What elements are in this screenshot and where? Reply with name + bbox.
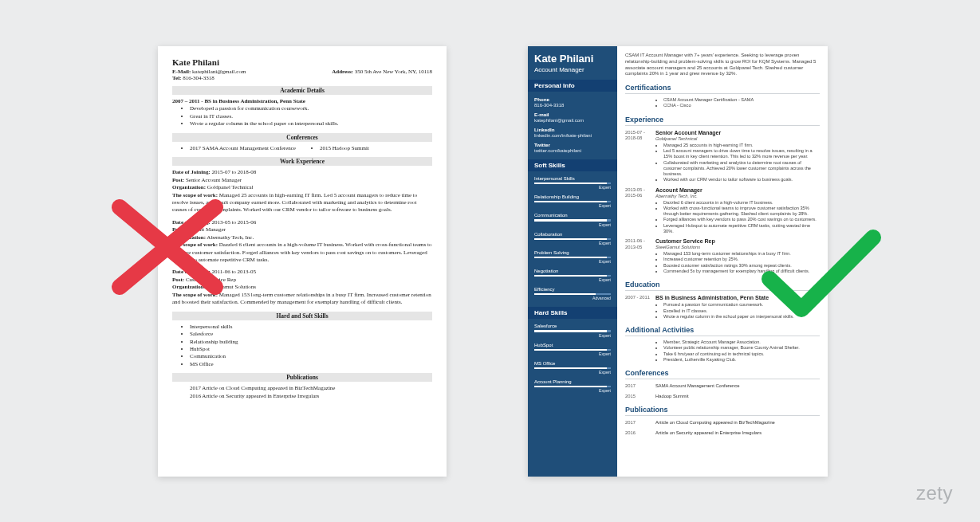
skill-item: Communication xyxy=(190,353,432,360)
skill-item: Relationship building xyxy=(190,339,432,346)
exp-row: 2011-06 - 2013-05Customer Service RepSte… xyxy=(625,238,820,274)
name: Kate Philani xyxy=(172,57,432,67)
side-head-personal: Personal Info xyxy=(528,80,617,92)
skill-bar: Account PlanningExpert xyxy=(534,379,611,393)
contact-item: LinkedInlinkedin.com/in/kate-philani xyxy=(534,127,611,138)
skill-bar: Relationship BuildingExpert xyxy=(534,194,611,208)
conf-row: 2015Hadoop Summit xyxy=(625,394,820,400)
section-conf: Conferences xyxy=(625,369,820,379)
job-title: Account Manager xyxy=(534,66,611,73)
skills-list: Interpersonal skillsSalesforceRelationsh… xyxy=(190,324,432,369)
skill-bar: NegotiationExpert xyxy=(534,269,611,282)
jobs: Date of Joining: 2015-07 to 2018-08Post:… xyxy=(172,169,432,306)
skill-item: HubSpot xyxy=(190,346,432,353)
section-activities: Additional Activities xyxy=(625,326,820,336)
exp-row: 2015-07 - 2018-08Senior Account ManagerG… xyxy=(625,130,820,183)
tel: Tel: 816-304-3318 xyxy=(172,75,432,81)
side-head-hard: Hard Skills xyxy=(528,307,617,319)
summary: CSAM IT Account Manager with 7+ years' e… xyxy=(625,53,820,77)
skill-bar: Interpersonal SkillsExpert xyxy=(534,176,611,190)
address: Address: 350 5th Ave New York, NY, 10118 xyxy=(332,69,432,75)
section-edu: Education xyxy=(625,281,820,291)
zety-logo: zety xyxy=(916,482,953,504)
pub-row: 2016Article on Security appeared in Ente… xyxy=(625,430,820,437)
pubs-list: 2017 Article on Cloud Computing appeared… xyxy=(190,385,432,400)
activity-item: President, Lutherville Kayaking Club. xyxy=(663,357,820,363)
section-skills: Hard and Soft Skills xyxy=(172,312,432,320)
cert-item: CSAM Account Manager Certification - SAM… xyxy=(663,97,820,103)
skill-item: Salesforce xyxy=(190,331,432,338)
section-academic: Academic Details xyxy=(172,86,432,95)
activities-list: Member, Strategic Account Manager Associ… xyxy=(655,339,820,363)
section-cert: Certifications xyxy=(625,84,820,94)
skill-bar: SalesforceExpert xyxy=(534,324,611,337)
section-work: Work Experience xyxy=(172,157,432,166)
job-entry: Date of Joining: 2013-05 to 2015-06Post:… xyxy=(172,219,432,265)
skill-item: MS Office xyxy=(190,361,432,368)
cert-list: CSAM Account Manager Certification - SAM… xyxy=(655,97,820,109)
skill-bar: HubSpotExpert xyxy=(534,343,611,356)
cert-item: CCNA - Cisco xyxy=(663,103,820,108)
section-conferences: Conferences xyxy=(172,133,432,142)
email: E-Mail: katephilani@gmail.com xyxy=(172,69,246,75)
resume-good: Kate Philani Account Manager Personal In… xyxy=(528,46,828,477)
skill-bar: Problem SolvingExpert xyxy=(534,250,611,264)
resume-bad: Kate Philani E-Mail: katephilani@gmail.c… xyxy=(158,46,447,477)
job-entry: Date of Joining: 2011-06 to 2013-05Post:… xyxy=(172,269,432,306)
contact-item: Phone816-304-3318 xyxy=(534,96,611,108)
skill-bar: CommunicationExpert xyxy=(534,213,611,226)
skill-bar: CollaborationExpert xyxy=(534,232,611,245)
sidebar: Kate Philani Account Manager Personal In… xyxy=(528,46,617,477)
edu-degree: 2007 – 2011 - BS in Business Administrat… xyxy=(172,98,432,105)
activity-item: Member, Strategic Account Manager Associ… xyxy=(663,339,820,345)
name: Kate Philani xyxy=(534,53,611,65)
skill-bar: MS OfficeExpert xyxy=(534,361,611,375)
contact-item: Twittertwitter.com/katephilani xyxy=(534,142,611,153)
section-pub: Publications xyxy=(625,406,820,416)
section-exp: Experience xyxy=(625,116,820,126)
job-entry: Date of Joining: 2015-07 to 2018-08Post:… xyxy=(172,169,432,214)
conf-row: 2017SAMA Account Management Conference xyxy=(625,383,820,390)
side-head-soft: Soft Skills xyxy=(528,159,617,171)
edu-bullets: Developed a passion for communication co… xyxy=(190,105,432,128)
exp-row: 2013-05 - 2015-06Account ManagerAbernath… xyxy=(625,187,820,235)
main-column: CSAM IT Account Manager with 7+ years' e… xyxy=(617,46,828,477)
section-pubs: Publications xyxy=(172,373,432,382)
activity-item: Volunteer public relationship manager, B… xyxy=(663,345,820,351)
edu-row: 2007 - 2011 BS in Business Administratio… xyxy=(625,295,820,320)
pub-row: 2017Article on Cloud Computing appeared … xyxy=(625,420,820,426)
contact-item: E-mailkatephilani@gmail.com xyxy=(534,112,611,123)
activity-item: Take 6 hrs/year of continuing ed in tech… xyxy=(663,351,820,357)
conferences: 2017 SAMA Account Management Conference … xyxy=(172,145,432,152)
skill-item: Interpersonal skills xyxy=(190,324,432,331)
skill-bar: EfficiencyAdvanced xyxy=(534,287,611,300)
